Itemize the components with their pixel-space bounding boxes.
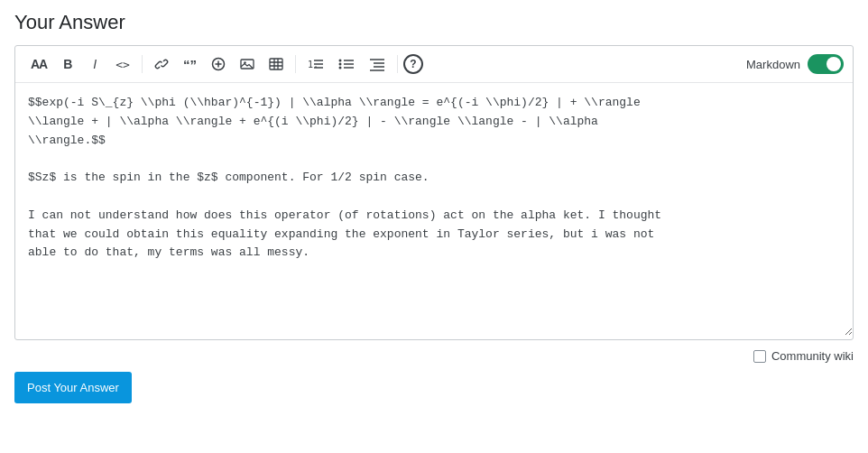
toggle-slider <box>808 54 844 74</box>
answer-editor[interactable]: $$exp(-i S\_{z} \\phi (\\hbar)^{-1}) | \… <box>15 83 853 336</box>
link-button[interactable] <box>148 51 175 77</box>
unordered-list-button[interactable] <box>332 51 361 77</box>
svg-point-10 <box>338 67 341 69</box>
community-wiki-checkbox[interactable] <box>753 350 766 363</box>
image-button[interactable] <box>234 51 261 77</box>
editor-container: AA B I <> “” <box>14 45 854 340</box>
code-button[interactable]: <> <box>109 51 136 77</box>
svg-point-9 <box>338 63 341 66</box>
font-size-button[interactable]: AA <box>24 51 53 77</box>
ordered-list-icon: 1. <box>308 57 324 71</box>
svg-point-8 <box>338 60 341 62</box>
help-button[interactable]: ? <box>403 54 423 74</box>
image-upload-icon <box>211 57 226 71</box>
indent-button[interactable] <box>363 51 392 77</box>
bottom-area: Community wiki <box>14 340 854 363</box>
image-upload-button[interactable] <box>205 51 232 77</box>
unordered-list-icon <box>338 57 355 71</box>
table-button[interactable] <box>263 51 290 77</box>
toolbar-sep-3 <box>397 55 398 73</box>
toolbar: AA B I <> “” <box>15 46 853 83</box>
community-wiki-label[interactable]: Community wiki <box>753 349 854 363</box>
toolbar-sep-1 <box>142 55 143 73</box>
italic-button[interactable]: I <box>82 51 107 77</box>
community-wiki-text: Community wiki <box>771 349 854 363</box>
ordered-list-button[interactable]: 1. <box>301 51 330 77</box>
image-icon <box>240 57 254 71</box>
table-icon <box>269 57 283 71</box>
bold-button[interactable]: B <box>55 51 80 77</box>
post-answer-button[interactable]: Post Your Answer <box>14 372 132 403</box>
toolbar-sep-2 <box>295 55 296 73</box>
blockquote-button[interactable]: “” <box>177 51 203 77</box>
markdown-label: Markdown <box>746 58 800 71</box>
svg-rect-3 <box>270 59 282 69</box>
markdown-switch[interactable] <box>808 54 844 74</box>
markdown-toggle: Markdown <box>746 54 844 74</box>
page-title: Your Answer <box>14 11 854 34</box>
indent-icon <box>369 57 385 71</box>
link-icon <box>154 57 169 71</box>
